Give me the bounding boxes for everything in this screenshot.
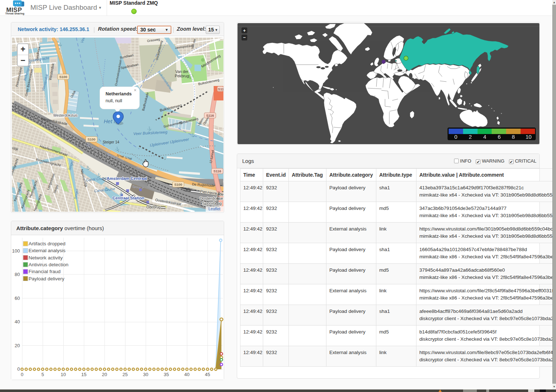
svg-text:⚓: ⚓ xyxy=(115,146,120,151)
svg-text:15: 15 xyxy=(81,372,86,377)
svg-text:5: 5 xyxy=(41,372,44,377)
svg-text:4: 4 xyxy=(483,134,486,140)
svg-text:0: 0 xyxy=(17,366,20,372)
svg-text:10: 10 xyxy=(61,372,66,377)
svg-text:8: 8 xyxy=(512,134,515,140)
svg-text:Payload delivery: Payload delivery xyxy=(29,276,64,281)
svg-text:25: 25 xyxy=(123,372,128,377)
svg-text:null, null: null, null xyxy=(106,98,122,103)
svg-text:Centraal Station: Centraal Station xyxy=(112,196,144,200)
svg-text:Grasweg: Grasweg xyxy=(147,38,160,43)
svg-text:Odebrug: Odebrug xyxy=(146,205,161,209)
svg-text:20: 20 xyxy=(15,343,20,348)
svg-text:Pekbrug: Pekbrug xyxy=(175,74,189,78)
svg-text:40: 40 xyxy=(184,372,189,377)
svg-text:2: 2 xyxy=(469,134,472,140)
svg-text:S100: S100 xyxy=(59,75,67,79)
svg-text:Antivirus detection: Antivirus detection xyxy=(29,262,68,267)
svg-text:⚓: ⚓ xyxy=(147,126,152,131)
svg-text:S100: S100 xyxy=(174,182,182,186)
svg-text:−: − xyxy=(21,56,25,65)
svg-text:Van der: Van der xyxy=(175,69,188,74)
svg-text:80: 80 xyxy=(15,272,20,277)
svg-text:10: 10 xyxy=(526,134,532,140)
svg-text:+: + xyxy=(243,28,246,33)
svg-text:Netherlands: Netherlands xyxy=(106,91,132,96)
svg-text:⚓: ⚓ xyxy=(191,133,195,137)
svg-text:Network activity: Network activity xyxy=(29,255,63,260)
svg-text:⚓: ⚓ xyxy=(86,165,90,170)
svg-text:Artifacts dropped: Artifacts dropped xyxy=(29,241,65,246)
svg-text:External analysis: External analysis xyxy=(29,248,65,253)
svg-text:+: + xyxy=(21,44,25,54)
svg-text:60: 60 xyxy=(15,296,20,301)
svg-text:S100: S100 xyxy=(87,137,95,141)
svg-text:30: 30 xyxy=(143,372,148,377)
svg-text:Financial fraud: Financial fraud xyxy=(29,269,61,274)
svg-text:100: 100 xyxy=(12,248,20,254)
svg-text:Steiger 14: Steiger 14 xyxy=(103,140,119,144)
svg-text:0: 0 xyxy=(21,372,23,377)
svg-text:0: 0 xyxy=(454,134,457,140)
svg-text:S116: S116 xyxy=(213,169,221,173)
svg-text:S11: S11 xyxy=(218,87,223,91)
svg-text:−: − xyxy=(243,35,246,40)
svg-text:⚓: ⚓ xyxy=(58,42,63,47)
svg-text:6: 6 xyxy=(498,134,501,140)
svg-text:20: 20 xyxy=(102,372,107,377)
svg-text:Leaflet: Leaflet xyxy=(208,207,220,211)
svg-text:45: 45 xyxy=(205,372,210,377)
svg-text:×: × xyxy=(134,87,137,93)
svg-text:⚓: ⚓ xyxy=(119,191,124,196)
svg-text:35: 35 xyxy=(164,372,169,377)
svg-text:Westerdoksluis: Westerdoksluis xyxy=(53,113,78,117)
svg-text:40: 40 xyxy=(15,319,20,324)
svg-text:Amsterdam Centraal: Amsterdam Centraal xyxy=(107,176,147,181)
